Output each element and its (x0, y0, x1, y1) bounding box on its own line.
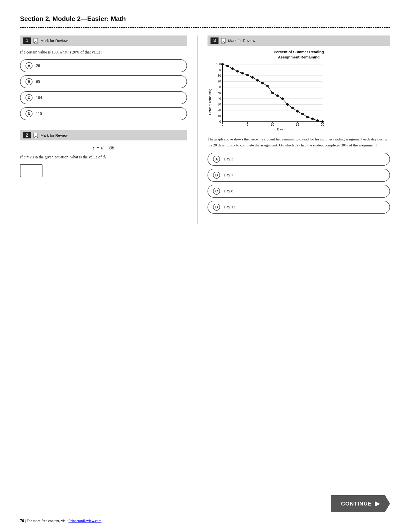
q1-option-c-text: 104 (36, 95, 42, 100)
svg-point-45 (251, 76, 254, 79)
svg-point-50 (276, 94, 279, 97)
bookmark-icon-q1[interactable] (34, 38, 38, 43)
svg-text:20: 20 (218, 108, 221, 112)
svg-point-47 (261, 82, 264, 84)
footer-text: 76 | For more free content, visit Prince… (20, 519, 102, 523)
page-footer: 76 | For more free content, visit Prince… (20, 519, 390, 523)
svg-point-49 (271, 92, 274, 94)
svg-point-46 (256, 79, 259, 81)
question-3-header: 3 Mark for Review (208, 35, 390, 46)
q3-option-d-text: Day 12 (224, 205, 235, 209)
content-columns: 1 Mark for Review If a certain value is … (20, 35, 390, 224)
q3-option-c-circle: C (213, 188, 220, 195)
continue-label: CONTINUE (341, 501, 372, 507)
svg-text:15: 15 (296, 123, 300, 126)
q1-option-b[interactable]: B 65 (20, 75, 187, 88)
svg-point-52 (286, 103, 289, 106)
mark-review-label-q2: Mark for Review (40, 133, 68, 137)
bookmark-icon-q2[interactable] (34, 133, 38, 138)
svg-point-54 (296, 110, 299, 113)
svg-point-39 (221, 63, 224, 65)
svg-point-41 (231, 67, 234, 70)
section-divider (20, 27, 390, 28)
q1-option-d-circle: D (26, 110, 32, 117)
question-1-number: 1 (23, 37, 31, 44)
chart-container: Percent of Summer ReadingAssignment Rema… (208, 49, 390, 132)
page-header: Section 2, Module 2—Easier: Math (20, 15, 390, 23)
svg-point-58 (316, 119, 319, 122)
question-1-block: 1 Mark for Review If a certain value is … (20, 35, 187, 120)
footer-label: For more free content, visit (27, 519, 68, 523)
question-3-description: The graph above shows the percent a stud… (208, 136, 390, 148)
question-1-options: A 26 B 65 C 104 D 110 (20, 59, 187, 120)
q3-option-b-circle: B (213, 172, 220, 179)
q3-option-d-circle: D (213, 204, 220, 211)
footer-separator: | (25, 519, 27, 523)
question-1-header: 1 Mark for Review (20, 35, 187, 46)
q3-option-b-text: Day 7 (224, 173, 233, 177)
q1-option-a[interactable]: A 26 (20, 59, 187, 72)
bookmark-icon-q3[interactable] (221, 38, 226, 43)
svg-text:10: 10 (218, 114, 221, 118)
q1-option-d-text: 110 (36, 111, 42, 116)
right-column: 3 Mark for Review Percent of Summer Read… (198, 35, 390, 224)
mark-review-label-q3: Mark for Review (228, 38, 255, 43)
q3-option-a[interactable]: A Day 3 (208, 153, 390, 166)
q3-option-c[interactable]: C Day 8 (208, 185, 390, 198)
chart-title: Percent of Summer ReadingAssignment Rema… (208, 49, 390, 60)
svg-text:5: 5 (247, 123, 248, 126)
q1-option-c[interactable]: C 104 (20, 91, 187, 104)
question-3-number: 3 (210, 37, 218, 44)
svg-point-44 (246, 74, 249, 76)
svg-text:30: 30 (218, 103, 221, 106)
svg-text:60: 60 (218, 85, 221, 89)
svg-text:50: 50 (218, 91, 221, 95)
svg-point-40 (226, 65, 229, 67)
footer-link[interactable]: PrincetonReview.com (68, 519, 102, 523)
question-2-number: 2 (23, 132, 31, 138)
chart-svg: Percent remaining Day (208, 62, 328, 132)
svg-text:40: 40 (218, 97, 221, 100)
question-1-text: If a certain value is 130, what is 20% o… (20, 49, 187, 55)
question-2-text: If c = 20 in the given equation, what is… (20, 154, 187, 160)
svg-point-55 (301, 113, 304, 115)
svg-text:10: 10 (271, 123, 274, 126)
continue-button[interactable]: CONTINUE ▶ (331, 495, 390, 512)
q1-option-b-circle: B (26, 78, 32, 85)
svg-point-43 (241, 72, 244, 74)
svg-text:90: 90 (218, 68, 221, 72)
svg-point-53 (291, 107, 294, 109)
q1-option-b-text: 65 (36, 79, 40, 84)
left-column: 1 Mark for Review If a certain value is … (20, 35, 198, 224)
svg-point-57 (311, 118, 314, 120)
svg-text:20: 20 (321, 123, 324, 126)
q3-option-a-text: Day 3 (224, 157, 233, 161)
question-2-block: 2 Mark for Review c + d = 66 If c = 20 i… (20, 130, 187, 177)
q3-option-b[interactable]: B Day 7 (208, 169, 390, 182)
continue-arrow-icon: ▶ (375, 500, 380, 508)
q1-option-c-circle: C (26, 94, 32, 101)
q1-option-d[interactable]: D 110 (20, 107, 187, 120)
page-title: Section 2, Module 2—Easier: Math (20, 15, 390, 23)
svg-text:80: 80 (218, 74, 221, 77)
question-2-answer-input[interactable] (20, 164, 42, 177)
footer-page-number: 76 (20, 519, 24, 523)
q3-option-c-text: Day 8 (224, 189, 233, 193)
svg-point-48 (266, 85, 269, 87)
svg-text:0: 0 (222, 123, 224, 126)
svg-point-51 (281, 97, 284, 100)
svg-point-42 (236, 70, 239, 72)
svg-text:70: 70 (218, 80, 221, 83)
question-3-block: 3 Mark for Review Percent of Summer Read… (208, 35, 390, 214)
q3-option-a-circle: A (213, 156, 220, 163)
q1-option-a-circle: A (26, 62, 32, 69)
question-2-equation: c + d = 66 (20, 145, 187, 151)
svg-point-56 (306, 116, 309, 118)
svg-text:Day: Day (277, 127, 283, 131)
q1-option-a-text: 26 (36, 63, 40, 68)
svg-point-59 (321, 120, 324, 123)
svg-text:0: 0 (220, 120, 221, 123)
question-2-header: 2 Mark for Review (20, 130, 187, 140)
svg-text:100: 100 (216, 62, 221, 66)
q3-option-d[interactable]: D Day 12 (208, 201, 390, 214)
